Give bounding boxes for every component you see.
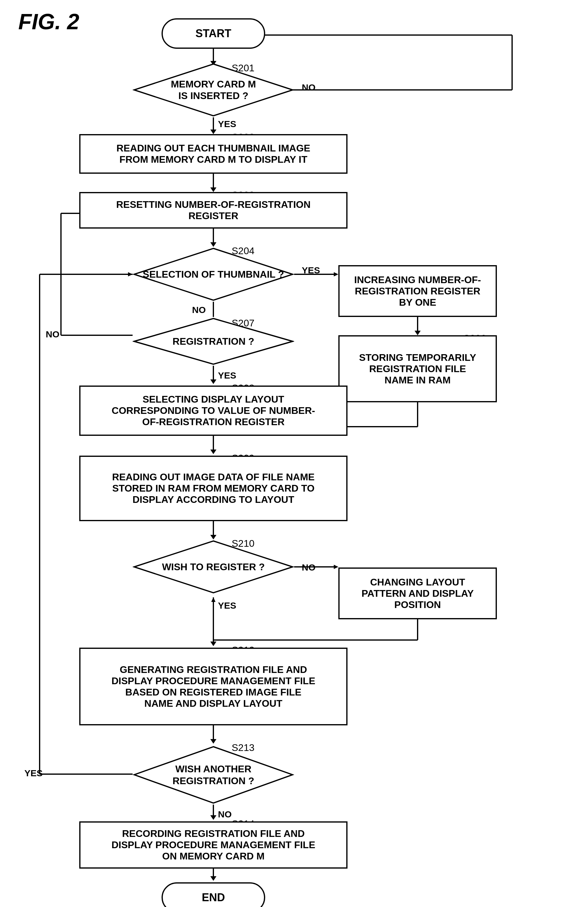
svg-marker-35 <box>211 597 216 602</box>
s204-text: SELECTION OF THUMBNAIL ? <box>143 269 284 280</box>
s213-text: WISH ANOTHERREGISTRATION ? <box>173 763 254 787</box>
s210-text: WISH TO REGISTER ? <box>162 561 264 573</box>
svg-marker-9 <box>210 187 216 192</box>
s207-no-label: NO <box>46 329 59 340</box>
svg-marker-47 <box>210 876 216 881</box>
s207-diamond: REGISTRATION ? <box>133 317 294 366</box>
s204-no-label: NO <box>192 305 206 315</box>
svg-marker-43 <box>128 272 133 276</box>
svg-marker-7 <box>210 130 216 134</box>
svg-marker-25 <box>210 380 216 384</box>
s214-process: RECORDING REGISTRATION FILE ANDDISPLAY P… <box>79 821 348 869</box>
s213-diamond: WISH ANOTHERREGISTRATION ? <box>133 745 294 804</box>
s204-yes-label: YES <box>302 265 320 276</box>
svg-marker-29 <box>210 535 216 540</box>
s208-process: SELECTING DISPLAY LAYOUTCORRESPONDING TO… <box>79 386 348 436</box>
s210-yes-label: YES <box>218 600 236 611</box>
s202-process: READING OUT EACH THUMBNAIL IMAGE FROM ME… <box>79 134 348 174</box>
svg-marker-39 <box>210 739 216 744</box>
diagram-container: FIG. 2 <box>0 0 588 907</box>
s201-diamond: MEMORY CARD MIS INSERTED ? <box>133 62 294 117</box>
s212-process: GENERATING REGISTRATION FILE ANDDISPLAY … <box>79 647 348 725</box>
fig-label: FIG. 2 <box>18 9 79 34</box>
s205-process: INCREASING NUMBER-OF-REGISTRATION REGIST… <box>338 265 497 317</box>
end-terminal: END <box>162 882 265 907</box>
s204-diamond: SELECTION OF THUMBNAIL ? <box>133 247 294 302</box>
svg-marker-15 <box>415 331 421 335</box>
svg-marker-37 <box>210 641 216 646</box>
s209-process: READING OUT IMAGE DATA OF FILE NAMESTORE… <box>79 456 348 521</box>
s203-process: RESETTING NUMBER-OF-REGISTRATIONREGISTER <box>79 192 348 229</box>
start-terminal: START <box>162 18 265 49</box>
s207-yes-label: YES <box>218 370 236 381</box>
s210-diamond: WISH TO REGISTER ? <box>133 540 294 594</box>
s211-process: CHANGING LAYOUTPATTERN AND DISPLAYPOSITI… <box>338 567 497 619</box>
svg-marker-27 <box>210 450 216 454</box>
s201-yes-label: YES <box>218 119 236 129</box>
s206-process: STORING TEMPORARILYREGISTRATION FILENAME… <box>338 335 497 402</box>
s213-yes-label: YES <box>24 768 43 779</box>
s213-no-label: NO <box>218 809 232 819</box>
svg-marker-13 <box>334 272 338 276</box>
s207-text: REGISTRATION ? <box>173 336 254 347</box>
s201-no-label: NO <box>302 82 316 93</box>
s210-no-label: NO <box>302 562 316 573</box>
svg-marker-45 <box>210 815 216 820</box>
svg-marker-31 <box>334 565 338 569</box>
s201-text: MEMORY CARD MIS INSERTED ? <box>171 79 256 102</box>
svg-marker-11 <box>210 242 216 247</box>
